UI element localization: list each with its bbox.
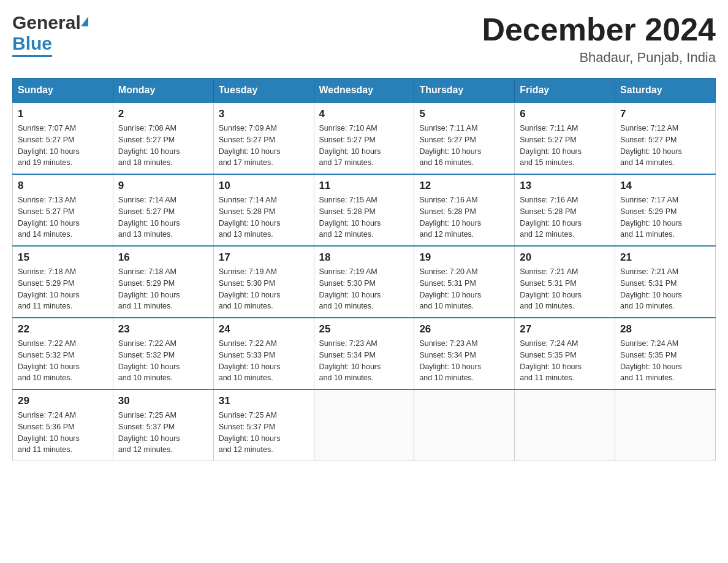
day-number: 5 <box>419 108 509 120</box>
day-number: 9 <box>118 180 208 192</box>
day-number: 16 <box>118 251 208 264</box>
day-number: 3 <box>219 108 309 120</box>
calendar-cell: 1Sunrise: 7:07 AMSunset: 5:27 PMDaylight… <box>13 102 113 174</box>
day-number: 19 <box>419 251 509 264</box>
calendar-cell: 10Sunrise: 7:14 AMSunset: 5:28 PMDayligh… <box>213 174 314 246</box>
week-row-5: 29Sunrise: 7:24 AMSunset: 5:36 PMDayligh… <box>13 389 716 461</box>
day-number: 4 <box>319 108 409 120</box>
calendar-cell: 28Sunrise: 7:24 AMSunset: 5:35 PMDayligh… <box>615 318 716 389</box>
day-number: 26 <box>419 323 509 335</box>
calendar-cell: 27Sunrise: 7:24 AMSunset: 5:35 PMDayligh… <box>515 318 615 389</box>
day-number: 31 <box>219 395 309 407</box>
calendar-cell: 23Sunrise: 7:22 AMSunset: 5:32 PMDayligh… <box>113 318 213 389</box>
day-info: Sunrise: 7:11 AMSunset: 5:27 PMDaylight:… <box>419 123 509 169</box>
day-info: Sunrise: 7:17 AMSunset: 5:29 PMDaylight:… <box>620 194 710 240</box>
day-number: 20 <box>520 251 610 264</box>
week-row-4: 22Sunrise: 7:22 AMSunset: 5:32 PMDayligh… <box>13 318 716 389</box>
day-number: 10 <box>219 180 309 192</box>
day-info: Sunrise: 7:25 AMSunset: 5:37 PMDaylight:… <box>219 410 309 456</box>
day-number: 23 <box>118 323 208 335</box>
day-info: Sunrise: 7:21 AMSunset: 5:31 PMDaylight:… <box>520 266 610 312</box>
day-number: 2 <box>118 108 208 120</box>
day-info: Sunrise: 7:09 AMSunset: 5:27 PMDaylight:… <box>219 123 309 169</box>
day-number: 8 <box>18 180 108 192</box>
calendar-cell: 18Sunrise: 7:19 AMSunset: 5:30 PMDayligh… <box>314 246 414 318</box>
day-number: 25 <box>319 323 409 335</box>
calendar-cell: 12Sunrise: 7:16 AMSunset: 5:28 PMDayligh… <box>414 174 515 246</box>
day-info: Sunrise: 7:14 AMSunset: 5:27 PMDaylight:… <box>118 194 208 240</box>
day-number: 12 <box>419 180 509 192</box>
day-info: Sunrise: 7:20 AMSunset: 5:31 PMDaylight:… <box>419 266 509 312</box>
calendar-header-row: SundayMondayTuesdayWednesdayThursdayFrid… <box>13 79 716 103</box>
day-number: 29 <box>18 395 108 407</box>
calendar-cell <box>414 389 515 461</box>
day-info: Sunrise: 7:18 AMSunset: 5:29 PMDaylight:… <box>18 266 108 312</box>
day-info: Sunrise: 7:23 AMSunset: 5:34 PMDaylight:… <box>319 338 409 384</box>
calendar-cell: 24Sunrise: 7:22 AMSunset: 5:33 PMDayligh… <box>213 318 314 389</box>
calendar-cell: 6Sunrise: 7:11 AMSunset: 5:27 PMDaylight… <box>515 102 615 174</box>
day-info: Sunrise: 7:14 AMSunset: 5:28 PMDaylight:… <box>219 194 309 240</box>
logo-blue-text: Blue <box>12 33 52 53</box>
day-header-thursday: Thursday <box>414 79 515 103</box>
day-number: 14 <box>620 180 710 192</box>
calendar-cell: 8Sunrise: 7:13 AMSunset: 5:27 PMDaylight… <box>13 174 113 246</box>
day-info: Sunrise: 7:07 AMSunset: 5:27 PMDaylight:… <box>18 123 108 169</box>
calendar-cell: 29Sunrise: 7:24 AMSunset: 5:36 PMDayligh… <box>13 389 113 461</box>
day-number: 22 <box>18 323 108 335</box>
day-number: 18 <box>319 251 409 264</box>
calendar-cell: 3Sunrise: 7:09 AMSunset: 5:27 PMDaylight… <box>213 102 314 174</box>
day-number: 24 <box>219 323 309 335</box>
calendar-cell: 17Sunrise: 7:19 AMSunset: 5:30 PMDayligh… <box>213 246 314 318</box>
calendar-cell: 14Sunrise: 7:17 AMSunset: 5:29 PMDayligh… <box>615 174 716 246</box>
day-info: Sunrise: 7:24 AMSunset: 5:35 PMDaylight:… <box>520 338 610 384</box>
calendar-cell <box>314 389 414 461</box>
day-info: Sunrise: 7:21 AMSunset: 5:31 PMDaylight:… <box>620 266 710 312</box>
day-info: Sunrise: 7:10 AMSunset: 5:27 PMDaylight:… <box>319 123 409 169</box>
day-number: 27 <box>520 323 610 335</box>
logo-arrow-icon <box>81 17 88 26</box>
calendar-cell <box>515 389 615 461</box>
day-info: Sunrise: 7:16 AMSunset: 5:28 PMDaylight:… <box>520 194 610 240</box>
day-number: 1 <box>18 108 108 120</box>
day-number: 7 <box>620 108 710 120</box>
calendar-cell: 19Sunrise: 7:20 AMSunset: 5:31 PMDayligh… <box>414 246 515 318</box>
day-number: 11 <box>319 180 409 192</box>
day-number: 30 <box>118 395 208 407</box>
day-number: 21 <box>620 251 710 264</box>
calendar-cell: 5Sunrise: 7:11 AMSunset: 5:27 PMDaylight… <box>414 102 515 174</box>
calendar-cell: 25Sunrise: 7:23 AMSunset: 5:34 PMDayligh… <box>314 318 414 389</box>
day-number: 6 <box>520 108 610 120</box>
logo-general-text: General <box>12 12 81 33</box>
week-row-1: 1Sunrise: 7:07 AMSunset: 5:27 PMDaylight… <box>13 102 716 174</box>
day-header-saturday: Saturday <box>615 79 716 103</box>
day-info: Sunrise: 7:16 AMSunset: 5:28 PMDaylight:… <box>419 194 509 240</box>
calendar-cell: 9Sunrise: 7:14 AMSunset: 5:27 PMDaylight… <box>113 174 213 246</box>
day-info: Sunrise: 7:19 AMSunset: 5:30 PMDaylight:… <box>319 266 409 312</box>
calendar-cell: 26Sunrise: 7:23 AMSunset: 5:34 PMDayligh… <box>414 318 515 389</box>
calendar-table: SundayMondayTuesdayWednesdayThursdayFrid… <box>12 78 716 461</box>
day-info: Sunrise: 7:12 AMSunset: 5:27 PMDaylight:… <box>620 123 710 169</box>
calendar-cell <box>615 389 716 461</box>
day-header-friday: Friday <box>515 79 615 103</box>
day-info: Sunrise: 7:22 AMSunset: 5:32 PMDaylight:… <box>118 338 208 384</box>
day-info: Sunrise: 7:22 AMSunset: 5:32 PMDaylight:… <box>18 338 108 384</box>
logo: General Blue <box>12 12 88 57</box>
day-info: Sunrise: 7:13 AMSunset: 5:27 PMDaylight:… <box>18 194 108 240</box>
day-info: Sunrise: 7:24 AMSunset: 5:36 PMDaylight:… <box>18 410 108 456</box>
calendar-cell: 31Sunrise: 7:25 AMSunset: 5:37 PMDayligh… <box>213 389 314 461</box>
day-info: Sunrise: 7:22 AMSunset: 5:33 PMDaylight:… <box>219 338 309 384</box>
calendar-cell: 30Sunrise: 7:25 AMSunset: 5:37 PMDayligh… <box>113 389 213 461</box>
day-info: Sunrise: 7:23 AMSunset: 5:34 PMDaylight:… <box>419 338 509 384</box>
day-info: Sunrise: 7:08 AMSunset: 5:27 PMDaylight:… <box>118 123 208 169</box>
day-info: Sunrise: 7:25 AMSunset: 5:37 PMDaylight:… <box>118 410 208 456</box>
day-info: Sunrise: 7:18 AMSunset: 5:29 PMDaylight:… <box>118 266 208 312</box>
day-number: 28 <box>620 323 710 335</box>
calendar-cell: 7Sunrise: 7:12 AMSunset: 5:27 PMDaylight… <box>615 102 716 174</box>
calendar-cell: 4Sunrise: 7:10 AMSunset: 5:27 PMDaylight… <box>314 102 414 174</box>
calendar-cell: 22Sunrise: 7:22 AMSunset: 5:32 PMDayligh… <box>13 318 113 389</box>
page-header: General Blue December 2024 Bhadaur, Punj… <box>12 12 716 66</box>
calendar-cell: 20Sunrise: 7:21 AMSunset: 5:31 PMDayligh… <box>515 246 615 318</box>
month-title: December 2024 <box>482 12 716 47</box>
location-title: Bhadaur, Punjab, India <box>482 50 716 66</box>
calendar-cell: 21Sunrise: 7:21 AMSunset: 5:31 PMDayligh… <box>615 246 716 318</box>
